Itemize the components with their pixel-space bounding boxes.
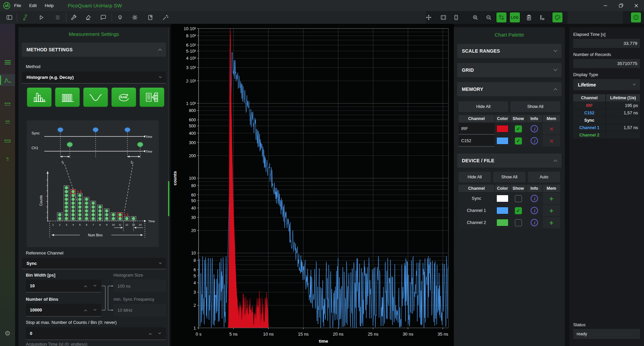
clipboard-icon[interactable] [523, 12, 535, 23]
palette-icon[interactable] [552, 12, 563, 23]
device-auto-button[interactable]: Auto [528, 172, 560, 182]
display-type-dropdown[interactable]: Lifetime [573, 79, 640, 90]
color-swatch-cell[interactable] [495, 205, 510, 216]
hint-icon[interactable] [114, 12, 126, 23]
spin-down-icon[interactable] [94, 283, 96, 286]
info-button-cell[interactable]: i [527, 205, 542, 216]
device-hide-all-button[interactable]: Hide All [459, 172, 491, 182]
bin-width-spinner[interactable]: 10 [26, 280, 101, 292]
zoom-out-icon[interactable] [483, 12, 494, 23]
rail-item-sync-settings[interactable]: SYN [0, 98, 15, 110]
info-button-cell[interactable]: i [527, 193, 542, 204]
play-icon[interactable] [36, 12, 47, 23]
spin-up-icon[interactable] [84, 285, 87, 288]
panel-toggle-icon[interactable] [4, 12, 15, 23]
panel-title: Measurement Settings [18, 31, 169, 37]
active-indicator [0, 75, 1, 85]
fit-vertical-icon[interactable] [450, 12, 462, 23]
show-checkbox-cell[interactable] [511, 217, 526, 228]
minimize-button[interactable] [598, 0, 613, 11]
magic-wand-icon[interactable] [160, 12, 171, 23]
memory-hide-all-button[interactable]: Hide All [459, 101, 508, 112]
info-button-cell[interactable]: i [527, 135, 542, 147]
menu-edit[interactable]: Edit [25, 0, 41, 11]
restore-button[interactable] [613, 0, 629, 11]
rail-item-main-menu[interactable] [0, 56, 15, 68]
menu-help[interactable]: Help [41, 0, 58, 11]
crop-icon[interactable] [496, 12, 507, 23]
close-button[interactable] [629, 0, 644, 11]
rail-item-measurement-mode[interactable]: m [0, 152, 15, 164]
comment-icon[interactable] [98, 12, 109, 23]
lifetime-value [606, 131, 640, 138]
method-dropdown[interactable]: Histogram (e.g. Decay) [22, 71, 166, 83]
info-icon[interactable] [630, 12, 642, 23]
info-button-cell[interactable]: i [527, 123, 542, 134]
rail-item-channel-settings[interactable]: CH [0, 115, 15, 127]
eraser-icon[interactable] [83, 12, 94, 23]
memory-show-all-button[interactable]: Show All [511, 101, 560, 112]
svg-text:12: 12 [125, 223, 128, 226]
device-file-header[interactable]: DEVICE / FILE [457, 154, 561, 168]
log-scale-icon[interactable]: LOG [509, 12, 521, 23]
method-button-raw-stream[interactable]: RAW [111, 88, 136, 107]
method-button-histogram[interactable] [27, 88, 52, 107]
svg-text:t₂: t₂ [131, 160, 133, 164]
decay-chart-canvas[interactable]: 10·10³8·10³6·10³5·10³4·10³3·10³2·10³1·10… [171, 24, 454, 346]
color-swatch [496, 195, 508, 202]
show-checkbox-cell[interactable]: ✓ [511, 205, 526, 216]
panel-scrollbar-thumb[interactable] [168, 181, 169, 216]
method-button-multi-histogram[interactable] [55, 88, 80, 107]
spin-down-icon[interactable] [158, 331, 161, 334]
show-checkbox-cell[interactable]: ✓ [511, 135, 526, 147]
zoom-in-icon[interactable] [470, 12, 481, 23]
device-link-icon[interactable] [19, 12, 31, 23]
add-to-memory-cell[interactable]: + [543, 193, 560, 204]
add-to-memory-cell[interactable]: + [543, 217, 560, 228]
pan-icon[interactable] [423, 12, 434, 23]
remove-from-memory-cell[interactable]: × [543, 135, 560, 147]
show-checkbox-cell[interactable]: ✓ [511, 123, 526, 134]
channel-name[interactable]: C152 [459, 135, 494, 147]
settings-gear-icon[interactable]: ⚙ [0, 327, 15, 339]
rail-item-acquisition-settings[interactable]: ACQ [0, 134, 15, 147]
channel-name[interactable]: IRF [459, 123, 494, 134]
fit-all-icon[interactable] [438, 12, 449, 23]
color-swatch-cell[interactable] [495, 193, 510, 204]
spin-up-icon[interactable] [84, 309, 87, 312]
grid-header[interactable]: GRID [457, 63, 561, 77]
device-show-all-button[interactable]: Show All [493, 172, 525, 182]
log-notes-icon[interactable] [145, 12, 156, 23]
pause-icon[interactable] [52, 12, 63, 23]
remove-from-memory-cell[interactable]: × [543, 123, 560, 134]
channel-name: Channel 2 [459, 217, 494, 228]
stop-at-max-spinner[interactable]: 0 [26, 327, 166, 340]
rail-item-histogram-view[interactable] [0, 74, 15, 86]
color-swatch-cell[interactable] [495, 135, 510, 147]
spin-up-icon[interactable] [149, 333, 152, 336]
method-button-records-file[interactable]: SC1C2 [140, 88, 164, 107]
svg-text:5·10³: 5·10³ [186, 49, 196, 54]
color-swatch-cell[interactable] [495, 123, 510, 134]
svg-text:25 ns: 25 ns [368, 332, 378, 337]
add-to-memory-cell[interactable]: + [543, 205, 560, 216]
method-button-dip-curve[interactable] [83, 88, 108, 107]
number-of-bins-spinner[interactable]: 10000 [26, 304, 101, 316]
info-button-cell[interactable]: i [527, 217, 542, 228]
scale-ranges-header[interactable]: SCALE RANGES [457, 44, 561, 58]
spin-down-icon[interactable] [94, 307, 96, 310]
color-swatch-cell[interactable] [495, 217, 510, 228]
chevron-up-icon [158, 49, 162, 52]
axis-config-icon[interactable] [536, 12, 547, 23]
method-settings-header[interactable]: METHOD SETTINGS [22, 43, 166, 57]
wrench-icon[interactable] [68, 12, 79, 23]
debug-icon[interactable] [129, 12, 141, 23]
svg-text:8·10³: 8·10³ [186, 34, 196, 38]
show-checkbox-cell[interactable] [511, 193, 526, 204]
reference-channel-dropdown[interactable]: Sync [22, 258, 166, 269]
color-swatch [496, 137, 508, 145]
title-bar: FileEditHelp PicoQuant UniHarp SW [0, 0, 644, 11]
menu-file[interactable]: File [10, 0, 25, 11]
memory-header[interactable]: MEMORY [457, 82, 561, 96]
memory-table: ChannelColorShowInfoMemIRF✓i×C152✓i× [459, 115, 560, 147]
